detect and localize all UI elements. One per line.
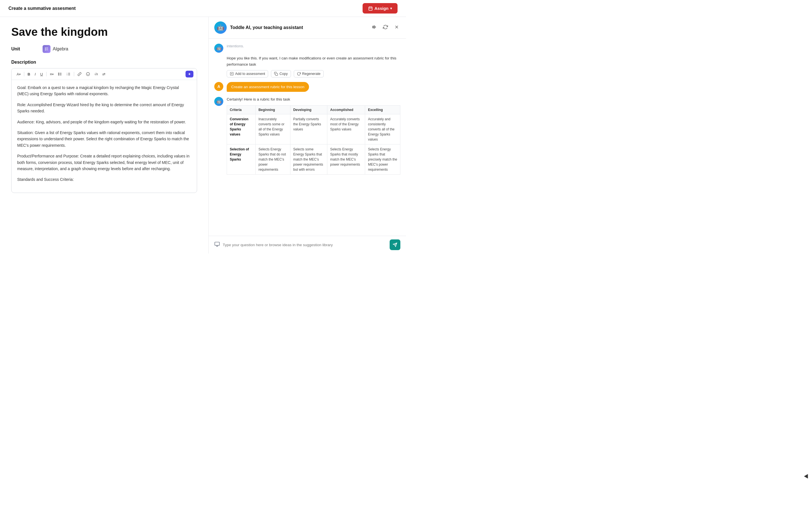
user-message-bubble: Create an assessment rubric for this les… — [227, 82, 309, 92]
italic-btn[interactable]: I — [33, 71, 38, 77]
rubric-table: Criteria Beginning Developing Accomplish… — [227, 105, 400, 175]
link-icon — [78, 72, 82, 76]
svg-point-9 — [58, 75, 59, 75]
ai-msg-actions-1: Add to assessment Copy Reg — [227, 70, 400, 77]
ai-avatar: 🤖 — [214, 21, 227, 34]
svg-point-16 — [86, 72, 90, 76]
bold-btn[interactable]: B — [26, 71, 32, 77]
unit-value: Algebra — [43, 45, 68, 53]
editor-toolbar: A ▾ B I U ≡ ▾ — [11, 68, 197, 80]
rubric-criteria-2: Selection of Energy Sparks — [227, 144, 256, 174]
rubric-header-excelling: Excelling — [365, 105, 400, 114]
close-icon[interactable] — [393, 23, 400, 32]
link-btn[interactable] — [76, 71, 83, 77]
rubric-developing-2: Selects some Energy Sparks that match th… — [290, 144, 327, 174]
rubric-row-1: Conversion of Energy Sparks values Inacc… — [227, 114, 400, 144]
suggestion-icon — [214, 241, 220, 248]
send-button[interactable] — [390, 239, 400, 250]
copy-icon — [274, 72, 278, 76]
arrows-btn[interactable]: ⇄ — [101, 71, 107, 77]
regenerate-icon — [297, 72, 301, 76]
svg-rect-0 — [369, 7, 372, 10]
ai-msg-avatar-2: 🤖 — [214, 97, 223, 106]
assessment-title: Save the kingdom — [11, 25, 197, 38]
rubric-header-criteria: Criteria — [227, 105, 256, 114]
emoji-icon — [86, 72, 90, 76]
rubric-beginning-2: Selects Energy Sparks that do not match … — [255, 144, 290, 174]
algebra-icon — [43, 45, 50, 53]
unit-label: Unit — [11, 47, 20, 52]
ai-panel-title: Toddle AI, your teaching assistant — [230, 25, 366, 30]
refresh-icon[interactable] — [382, 23, 389, 32]
ai-panel: 🤖 Toddle AI, your teaching assistant — [209, 17, 406, 253]
chevron-down-icon: ▾ — [390, 6, 392, 10]
description-editor: A ▾ B I U ≡ ▾ — [11, 68, 197, 193]
toolbar-separator-2 — [46, 72, 47, 76]
rubric-header-beginning: Beginning — [255, 105, 290, 114]
assign-label: Assign — [374, 6, 389, 11]
rubric-developing-1: Partially converts the Energy Sparks val… — [290, 114, 327, 144]
ai-msg-intro: Certainly! Here is a rubric for this tas… — [227, 96, 400, 103]
rubric-header-accomplished: Accomplished — [327, 105, 365, 114]
svg-rect-32 — [215, 242, 220, 245]
unit-row: Unit Algebra — [11, 45, 197, 53]
ai-msg-text-1: intentions. Hope you like this. If you w… — [227, 43, 400, 67]
align-btn[interactable]: ≡ ▾ — [48, 71, 55, 77]
ai-header-actions — [370, 23, 400, 32]
unit-value-text: Algebra — [53, 47, 68, 52]
rubric-header-developing: Developing — [290, 105, 327, 114]
regenerate-btn[interactable]: Regenerate — [294, 70, 324, 77]
rubric-criteria-1: Conversion of Energy Sparks values — [227, 114, 256, 144]
editor-content[interactable]: Goal: Embark on a quest to save a magica… — [11, 80, 197, 193]
description-label: Description — [11, 60, 197, 65]
rubric-row-2: Selection of Energy Sparks Selects Energ… — [227, 144, 400, 174]
content-para-2: Role: Accomplished Energy Wizard hired b… — [17, 102, 191, 114]
list-ul-btn[interactable] — [56, 71, 64, 77]
toolbar-separator-1 — [24, 72, 24, 76]
ai-msg-content-2: Certainly! Here is a rubric for this tas… — [227, 96, 400, 175]
formula-btn[interactable]: √x — [93, 71, 100, 77]
svg-point-8 — [58, 74, 59, 74]
main-layout: Save the kingdom Unit Algebra Descriptio… — [0, 17, 406, 253]
add-to-assessment-btn[interactable]: Add to assessment — [227, 70, 268, 77]
assign-button[interactable]: Assign ▾ — [363, 3, 398, 13]
content-para-3: Audience: King, advisors, and people of … — [17, 119, 191, 125]
chat-area: 🤖 intentions. Hope you like this. If you… — [209, 39, 406, 236]
add-to-assessment-icon — [230, 72, 234, 76]
copy-btn[interactable]: Copy — [271, 70, 291, 77]
chat-input[interactable] — [223, 243, 387, 247]
rubric-accomplished-2: Selects Energy Sparks that mostly match … — [327, 144, 365, 174]
magic-btn[interactable]: ✦ — [186, 71, 193, 77]
rubric-excelling-1: Accurately and consistently converts all… — [365, 114, 400, 144]
underline-btn[interactable]: U — [39, 71, 45, 77]
ai-msg-content-1: intentions. Hope you like this. If you w… — [227, 43, 400, 77]
svg-text:3: 3 — [66, 74, 67, 76]
content-para-6: Standards and Success Criteria: — [17, 176, 191, 182]
content-para-5: Product/Performance and Purpose: Create … — [17, 153, 191, 172]
send-icon — [393, 242, 397, 247]
ai-header: 🤖 Toddle AI, your teaching assistant — [209, 17, 406, 39]
assign-icon — [368, 6, 373, 11]
emoji-btn[interactable] — [84, 71, 92, 77]
left-panel: Save the kingdom Unit Algebra Descriptio… — [0, 17, 209, 253]
rubric-excelling-2: Selects Energy Sparks that precisely mat… — [365, 144, 400, 174]
waveform-icon[interactable] — [370, 24, 378, 32]
font-btn[interactable]: A ▾ — [15, 71, 22, 77]
page-title: Create a summative assesment — [8, 6, 75, 11]
user-avatar: A — [214, 82, 223, 91]
top-bar: Create a summative assesment Assign ▾ — [0, 0, 406, 17]
rubric-accomplished-1: Accurately converts most of the Energy S… — [327, 114, 365, 144]
ai-msg-avatar-1: 🤖 — [214, 44, 223, 53]
svg-point-7 — [58, 73, 59, 73]
ai-message-1: 🤖 intentions. Hope you like this. If you… — [214, 43, 400, 77]
content-para-1: Goal: Embark on a quest to save a magica… — [17, 84, 191, 97]
list-ol-icon: 1 2 3 — [66, 72, 70, 76]
rubric-beginning-1: Inaccurately converts some or all of the… — [255, 114, 290, 144]
list-ol-btn[interactable]: 1 2 3 — [65, 71, 72, 77]
user-message-row: A Create an assessment rubric for this l… — [214, 82, 400, 92]
content-para-4: Situation: Given a list of Energy Sparks… — [17, 129, 191, 149]
toolbar-separator-3 — [74, 72, 74, 76]
svg-rect-31 — [276, 73, 278, 76]
ai-message-2: 🤖 Certainly! Here is a rubric for this t… — [214, 96, 400, 175]
chat-input-area — [209, 236, 406, 253]
